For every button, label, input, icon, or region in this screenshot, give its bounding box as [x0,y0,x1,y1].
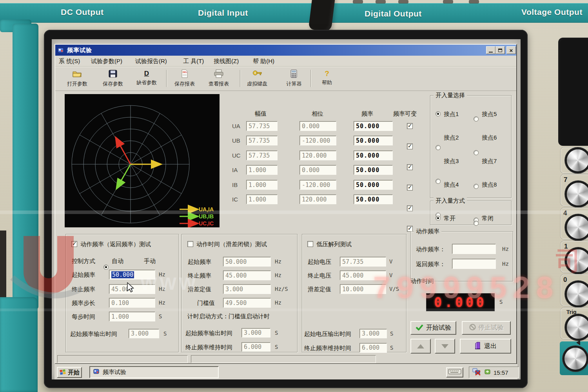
action-time-title: 动作时间 [410,278,434,285]
calculator-button[interactable]: 计算器 [281,68,307,89]
digital-input-label: Digital Input [198,8,248,18]
open-params-button[interactable]: 打开参数 [64,68,91,89]
amp-input-ic[interactable]: 1.000 [246,194,278,204]
task-button-frequency-test[interactable]: 频率试验 [89,366,219,378]
key-knob-7 [567,183,588,205]
freq-input-ic[interactable]: 50.000 [354,194,393,204]
menu-system[interactable]: 系 统(S) [59,58,80,65]
top-connector [469,0,479,4]
freq-input-ib[interactable]: 50.000 [354,180,393,190]
radio-contact-1[interactable] [436,111,441,116]
start-test-button[interactable]: 开始试验 [410,321,456,335]
phase-input-ua[interactable]: 0.000 [299,121,336,131]
at-hold-time-input[interactable]: 6.000 [241,342,270,352]
virtual-keyboard-button[interactable]: 虚拟键盘 [244,68,270,89]
menu-wiring[interactable]: 接线图(Z) [214,58,239,65]
device-foot [0,297,38,392]
freq-var-checkbox-uc[interactable] [407,164,413,170]
auto-label: 自动 [112,258,123,265]
default-params-button[interactable]: D 缺省参数 [133,68,160,89]
freq-var-checkbox-ua[interactable] [407,123,413,129]
phase-input-ub[interactable]: -120.000 [299,136,336,145]
key-knob-1 [567,249,588,272]
freq-input-ua[interactable]: 50.000 [354,121,393,131]
radio-contact-6[interactable] [474,150,479,155]
tray-device-icon[interactable] [484,368,491,377]
radio-contact-5[interactable] [474,116,479,122]
lv-output-time-input[interactable]: 3.000 [359,329,387,338]
freq-step-input[interactable]: 0.100 [109,298,155,308]
contact-3-label: 接点3 [444,158,459,165]
menu-help[interactable]: 帮 助(H) [253,58,274,65]
step-time-unit: S [159,313,162,319]
amp-input-uc[interactable]: 57.735 [246,151,278,160]
status-bar-panel-left [57,355,188,363]
start-button[interactable]: 开始 [57,367,82,378]
keyboard-tray-button[interactable] [446,367,463,377]
lv-slip-setting-input[interactable]: 10.000 [340,284,386,294]
freq-input-uc[interactable]: 50.000 [354,151,393,160]
phase-input-ib[interactable]: -120.000 [299,180,336,190]
at-end-freq-input[interactable]: 45.000 [223,270,271,280]
action-frequency-test-checkbox[interactable] [71,241,77,247]
radio-contact-2[interactable] [436,145,441,150]
radio-normally-open[interactable] [436,216,441,221]
step-up-button[interactable] [410,339,431,354]
slip-setting-input[interactable]: 3.000 [223,284,271,294]
menu-params[interactable]: 试验参数(P) [91,58,122,65]
view-report-button[interactable]: 查看报表 [205,68,232,89]
radio-contact-7[interactable] [474,184,479,189]
step-down-button[interactable] [435,339,455,354]
freq-input-ub[interactable]: 50.000 [354,136,393,145]
phase-input-ic[interactable]: 120.000 [299,194,336,204]
network-disconnected-icon[interactable] [472,368,482,377]
divider [438,281,513,282]
action-time-led-display: 0.000 [426,293,495,311]
low-voltage-test-checkbox[interactable] [307,241,313,247]
help-icon: ? [325,69,329,78]
save-report-button[interactable]: DEL 保存报表 [171,68,198,89]
freq-var-checkbox-ia[interactable] [407,185,413,191]
calculator-icon [290,69,298,79]
title-bar: 频率试验 × [55,45,516,56]
phase-input-ia[interactable]: 0.000 [299,165,336,175]
radio-auto[interactable] [103,265,109,270]
menu-tools[interactable]: 工 具(T) [183,58,204,65]
svg-text:DEL: DEL [183,71,187,73]
radio-normally-closed[interactable] [474,221,479,226]
freq-var-checkbox-ic[interactable] [407,226,413,232]
radio-contact-3[interactable] [436,179,441,184]
at-start-freq-input[interactable]: 50.000 [223,257,271,267]
start-freq-input[interactable]: 50.000 [109,270,155,279]
key-knob-0 [567,283,588,305]
at-output-time-input[interactable]: 3.000 [241,328,270,338]
amp-input-ub[interactable]: 57.735 [246,136,278,145]
freq-input-ia[interactable]: 50.000 [354,165,393,175]
key-label-0: 0 [563,276,567,284]
amp-input-ib[interactable]: 1.000 [246,180,278,190]
close-button[interactable]: × [506,46,516,54]
menu-report[interactable]: 试验报告(R) [135,58,167,65]
freq-var-checkbox-ub[interactable] [407,143,413,149]
end-voltage-input[interactable]: 45.000 [340,270,386,280]
step-time-input[interactable]: 1.000 [109,312,155,321]
amp-input-ia[interactable]: 1.000 [246,165,278,175]
help-button[interactable]: ? 帮助 [314,68,340,89]
minimize-button[interactable] [486,46,495,54]
amp-input-ua[interactable]: 57.735 [246,121,278,131]
lv-hold-time-input[interactable]: 6.000 [359,343,387,352]
phase-input-uc[interactable]: 120.000 [299,151,336,160]
key-label-4: 4 [563,209,567,217]
threshold-input[interactable]: 49.500 [223,298,271,308]
system-tray: 15:57 [469,367,519,378]
freq-var-checkbox-ib[interactable] [407,205,413,211]
at-hold-time-label: 终止频率维持时间 [185,344,232,351]
action-time-test-checkbox[interactable] [187,241,193,247]
save-params-button[interactable]: 保存参数 [100,68,126,89]
exit-button[interactable]: 退出 [460,339,511,354]
start-freq-output-time-input[interactable]: 3.000 [129,329,159,338]
at-output-time-label: 起始频率输出时间 [185,330,232,337]
return-freq-result-unit: Hz [502,261,509,267]
start-voltage-input[interactable]: 57.735 [340,257,386,267]
maximize-button[interactable] [495,46,505,54]
